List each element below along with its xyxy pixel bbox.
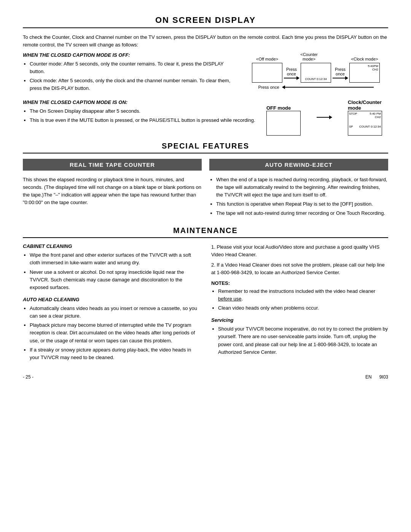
maintenance-title: MAINTENANCE [23, 226, 388, 238]
servicing-heading: Servicing [211, 317, 388, 323]
page-number: - 25 - [23, 374, 33, 380]
list-item: The tape will not auto-rewind during tim… [216, 209, 388, 217]
list-item: Should your TV/VCR become inoperative, d… [218, 325, 388, 356]
notes-list: Remember to read the instructions includ… [211, 288, 388, 312]
off-mode-label: <Off mode> [252, 57, 282, 61]
list-item: Remember to read the instructions includ… [218, 288, 388, 303]
arrow-right-2 [333, 78, 348, 78]
footer: - 25 - EN 9I03 [23, 374, 388, 380]
cc-on-list: The On Screen Display disappear after 5 … [23, 107, 259, 124]
clock-mode-label: <Clock mode> [351, 57, 378, 61]
list-item: The On Screen Display disappear after 5 … [30, 107, 259, 115]
cc-off-heading: WHEN THE CLOSED CAPTION MODE IS OFF: [23, 52, 236, 58]
auto-rewind-content: When the end of a tape is reached during… [209, 176, 388, 219]
clock-counter-label: Clock/Counter mode [348, 99, 388, 111]
off-box-cc [266, 111, 301, 136]
press-label-4: once [336, 72, 345, 76]
cabinet-list: Wipe the front panel and other exterior … [23, 251, 200, 291]
off-mode-box [252, 63, 282, 83]
cc-arrow [317, 117, 332, 118]
back-arrow [282, 87, 374, 88]
maint-right-col: 1. Please visit your local Audio/Video s… [211, 243, 388, 363]
list-item: Never use a solvent or alcohol. Do not s… [30, 268, 200, 291]
real-time-header: REAL TIME TAPE COUNTER [23, 159, 202, 171]
press-once-bottom: Press once [258, 85, 279, 89]
cc-stop: STOP [349, 112, 357, 115]
arrow-right-1 [284, 78, 299, 78]
features-content: This shows the elapsed recording or play… [23, 176, 388, 219]
counter-mode-box: COUNT 0:12:34 [301, 63, 331, 83]
list-item: 2. If a Video Head Cleaner does not solv… [211, 261, 388, 276]
cc-count: COUNT 0:12:34 [359, 125, 381, 128]
real-time-content: This shows the elapsed recording or play… [23, 176, 202, 219]
list-item: Clock mode: After 5 seconds, only the cl… [30, 77, 236, 92]
display-diagram: <Off mode> <Counter mode> <Clock mode> P… [244, 52, 388, 89]
list-item: Clean video heads only when problems occ… [218, 304, 388, 312]
press-once-1: Press once [284, 67, 299, 78]
clock-ch: CH2 [372, 68, 378, 71]
list-item: 1. Please visit your local Audio/Video s… [211, 243, 388, 259]
servicing-list: Should your TV/VCR become inoperative, d… [211, 325, 388, 356]
list-item: When the end of a tape is reached during… [216, 176, 388, 199]
list-item: Wipe the front panel and other exterior … [30, 251, 200, 267]
special-features-title: SPECIAL FEATURES [23, 142, 388, 153]
numbered-item-2: If a Video Head Cleaner does not solve t… [211, 262, 385, 275]
auto-rewind-list: When the end of a tape is reached during… [209, 176, 388, 217]
list-item: This function is operative when Repeat P… [216, 200, 388, 208]
diagram-bottom-row: Press once [244, 85, 388, 89]
press-label-1: Press [286, 67, 297, 72]
maintenance-content: CABINET CLEANING Wipe the front panel an… [23, 243, 388, 363]
cc-sp: SP [349, 125, 353, 128]
clock-counter-box: STOP 5:40 PM CH2 SP COUNT 0:12:34 [348, 111, 382, 136]
maint-left-col: CABINET CLEANING Wipe the front panel an… [23, 243, 200, 363]
auto-head-list: Automatically cleans video heads as you … [23, 305, 200, 361]
cc-off-list: Counter mode: After 5 seconds, only the … [23, 60, 236, 93]
notes-label: NOTES: [211, 280, 388, 286]
press-once-2: Press once [333, 67, 348, 78]
page-title: ON SCREEN DISPLAY [23, 15, 388, 28]
special-features-headers: REAL TIME TAPE COUNTER AUTO REWIND-EJECT [23, 159, 388, 171]
list-item: Automatically cleans video heads as you … [30, 305, 200, 320]
list-item: Counter mode: After 5 seconds, only the … [30, 60, 236, 75]
auto-head-heading: AUTO HEAD CLEANING [23, 297, 200, 302]
counter-mode-label: <Counter mode> [294, 52, 324, 61]
clock-time: 5:40PM [368, 64, 378, 68]
cc-time: 5:40 PM [370, 112, 381, 115]
cc-on-heading: WHEN THE CLOSED CAPTION MODE IS ON: [23, 99, 259, 105]
press-label-2: once [287, 72, 296, 76]
diagram-boxes-row: Press once COUNT 0:12:34 Press once 5:40… [252, 63, 380, 83]
footer-code: 9I03 [379, 374, 388, 380]
off-mode-label-cc: OFF mode [266, 105, 301, 111]
auto-rewind-header: AUTO REWIND-EJECT [209, 159, 388, 171]
list-item: If a streaky or snowy picture appears du… [30, 346, 200, 361]
counter-text: COUNT 0:12:34 [305, 77, 327, 81]
before-use-text: before use [218, 296, 241, 302]
intro-text: To check the Counter, Clock and Channel … [23, 34, 388, 48]
list-item: This is true even if the MUTE button is … [30, 117, 259, 124]
numbered-item-1: Please visit your local Audio/Video stor… [211, 244, 379, 257]
footer-lang: EN [365, 374, 372, 380]
list-item: Playback picture may become blurred of i… [30, 321, 200, 344]
clock-mode-box: 5:40PM CH2 [349, 63, 380, 83]
cc-ch: CH2 [375, 115, 381, 119]
cc-on-diagram: OFF mode Clock/Counter mode STOP 5:40 PM… [266, 99, 388, 136]
cabinet-heading: CABINET CLEANING [23, 243, 200, 249]
press-label-3: Press [335, 67, 346, 72]
maint-numbered-list: 1. Please visit your local Audio/Video s… [211, 243, 388, 276]
real-time-text: This shows the elapsed recording or play… [23, 176, 202, 207]
